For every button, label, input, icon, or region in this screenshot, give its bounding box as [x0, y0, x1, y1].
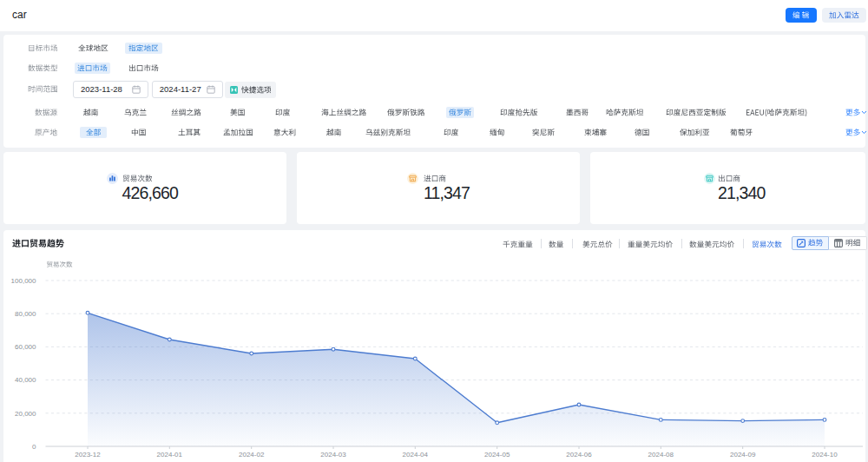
- svg-text:2024-05: 2024-05: [484, 451, 510, 459]
- svg-text:2024-04: 2024-04: [403, 451, 429, 459]
- svg-text:2024-09: 2024-09: [730, 451, 756, 459]
- svg-text:2024-03: 2024-03: [320, 451, 346, 459]
- svg-text:2024-10: 2024-10: [812, 451, 838, 459]
- svg-text:20,000: 20,000: [15, 410, 36, 418]
- svg-text:2024-06: 2024-06: [566, 451, 592, 459]
- svg-text:2023-12: 2023-12: [75, 451, 101, 459]
- svg-text:60,000: 60,000: [15, 343, 36, 351]
- svg-text:2024-01: 2024-01: [157, 451, 183, 459]
- svg-text:2024-02: 2024-02: [239, 451, 265, 459]
- svg-text:80,000: 80,000: [15, 310, 36, 318]
- svg-text:2024-08: 2024-08: [648, 451, 674, 459]
- svg-text:100,000: 100,000: [11, 277, 36, 285]
- svg-text:0: 0: [32, 443, 36, 451]
- svg-text:40,000: 40,000: [15, 376, 36, 384]
